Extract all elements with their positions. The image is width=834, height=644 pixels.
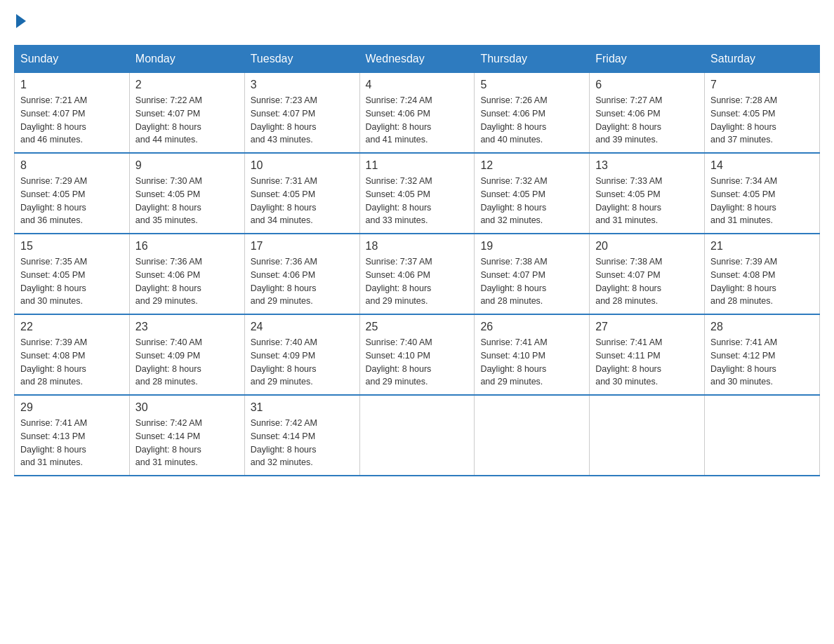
calendar-cell: 24 Sunrise: 7:40 AM Sunset: 4:09 PM Dayl… <box>244 314 359 395</box>
day-info: Sunrise: 7:36 AM Sunset: 4:06 PM Dayligh… <box>251 255 354 308</box>
calendar-cell: 8 Sunrise: 7:29 AM Sunset: 4:05 PM Dayli… <box>15 153 130 234</box>
col-header-friday: Friday <box>590 46 705 73</box>
day-info: Sunrise: 7:40 AM Sunset: 4:09 PM Dayligh… <box>135 336 239 389</box>
day-number: 15 <box>20 240 124 253</box>
day-number: 23 <box>135 321 239 333</box>
day-info: Sunrise: 7:24 AM Sunset: 4:06 PM Dayligh… <box>366 94 469 147</box>
day-info: Sunrise: 7:42 AM Sunset: 4:14 PM Dayligh… <box>251 417 354 469</box>
calendar-week-row: 1 Sunrise: 7:21 AM Sunset: 4:07 PM Dayli… <box>15 73 820 154</box>
calendar-cell <box>359 395 475 476</box>
day-number: 5 <box>480 79 583 91</box>
calendar-cell <box>705 395 820 476</box>
day-info: Sunrise: 7:39 AM Sunset: 4:08 PM Dayligh… <box>710 255 814 308</box>
day-info: Sunrise: 7:35 AM Sunset: 4:05 PM Dayligh… <box>20 255 124 308</box>
day-number: 13 <box>595 159 699 172</box>
day-number: 1 <box>20 79 124 91</box>
calendar-cell: 30 Sunrise: 7:42 AM Sunset: 4:14 PM Dayl… <box>129 395 244 476</box>
calendar-week-row: 8 Sunrise: 7:29 AM Sunset: 4:05 PM Dayli… <box>15 153 820 234</box>
day-number: 28 <box>710 321 814 333</box>
day-number: 24 <box>251 321 354 333</box>
calendar-cell: 13 Sunrise: 7:33 AM Sunset: 4:05 PM Dayl… <box>590 153 705 234</box>
day-number: 2 <box>135 79 239 91</box>
calendar-cell: 10 Sunrise: 7:31 AM Sunset: 4:05 PM Dayl… <box>244 153 359 234</box>
day-number: 31 <box>251 401 354 414</box>
day-number: 7 <box>710 79 814 91</box>
day-info: Sunrise: 7:28 AM Sunset: 4:05 PM Dayligh… <box>710 94 814 147</box>
day-info: Sunrise: 7:39 AM Sunset: 4:08 PM Dayligh… <box>20 336 124 389</box>
calendar-cell: 6 Sunrise: 7:27 AM Sunset: 4:06 PM Dayli… <box>590 73 705 154</box>
day-number: 30 <box>135 401 239 414</box>
calendar-cell: 14 Sunrise: 7:34 AM Sunset: 4:05 PM Dayl… <box>705 153 820 234</box>
calendar-cell: 3 Sunrise: 7:23 AM Sunset: 4:07 PM Dayli… <box>244 73 359 154</box>
calendar-cell: 11 Sunrise: 7:32 AM Sunset: 4:05 PM Dayl… <box>359 153 475 234</box>
day-number: 14 <box>710 159 814 172</box>
calendar-week-row: 22 Sunrise: 7:39 AM Sunset: 4:08 PM Dayl… <box>15 314 820 395</box>
day-number: 22 <box>20 321 124 333</box>
day-number: 20 <box>595 240 699 253</box>
calendar-cell: 2 Sunrise: 7:22 AM Sunset: 4:07 PM Dayli… <box>129 73 244 154</box>
day-number: 10 <box>251 159 354 172</box>
calendar-cell: 25 Sunrise: 7:40 AM Sunset: 4:10 PM Dayl… <box>359 314 475 395</box>
calendar-cell <box>475 395 590 476</box>
day-info: Sunrise: 7:21 AM Sunset: 4:07 PM Dayligh… <box>20 94 124 147</box>
day-info: Sunrise: 7:31 AM Sunset: 4:05 PM Dayligh… <box>251 175 354 227</box>
day-info: Sunrise: 7:41 AM Sunset: 4:10 PM Dayligh… <box>480 336 583 389</box>
day-number: 29 <box>20 401 124 414</box>
day-info: Sunrise: 7:33 AM Sunset: 4:05 PM Dayligh… <box>595 175 699 227</box>
logo-triangle-icon <box>16 14 26 28</box>
day-number: 12 <box>480 159 583 172</box>
day-info: Sunrise: 7:40 AM Sunset: 4:09 PM Dayligh… <box>251 336 354 389</box>
day-info: Sunrise: 7:42 AM Sunset: 4:14 PM Dayligh… <box>135 417 239 469</box>
calendar-cell: 17 Sunrise: 7:36 AM Sunset: 4:06 PM Dayl… <box>244 234 359 314</box>
day-info: Sunrise: 7:38 AM Sunset: 4:07 PM Dayligh… <box>595 255 699 308</box>
calendar-cell: 4 Sunrise: 7:24 AM Sunset: 4:06 PM Dayli… <box>359 73 475 154</box>
day-number: 25 <box>366 321 469 333</box>
day-info: Sunrise: 7:40 AM Sunset: 4:10 PM Dayligh… <box>366 336 469 389</box>
calendar-cell: 22 Sunrise: 7:39 AM Sunset: 4:08 PM Dayl… <box>15 314 130 395</box>
calendar-cell: 29 Sunrise: 7:41 AM Sunset: 4:13 PM Dayl… <box>15 395 130 476</box>
calendar-cell: 7 Sunrise: 7:28 AM Sunset: 4:05 PM Dayli… <box>705 73 820 154</box>
day-number: 11 <box>366 159 469 172</box>
day-number: 6 <box>595 79 699 91</box>
day-info: Sunrise: 7:32 AM Sunset: 4:05 PM Dayligh… <box>480 175 583 227</box>
day-info: Sunrise: 7:38 AM Sunset: 4:07 PM Dayligh… <box>480 255 583 308</box>
col-header-sunday: Sunday <box>15 46 130 73</box>
day-number: 17 <box>251 240 354 253</box>
col-header-thursday: Thursday <box>475 46 590 73</box>
calendar-cell: 18 Sunrise: 7:37 AM Sunset: 4:06 PM Dayl… <box>359 234 475 314</box>
col-header-wednesday: Wednesday <box>359 46 475 73</box>
day-info: Sunrise: 7:41 AM Sunset: 4:12 PM Dayligh… <box>710 336 814 389</box>
calendar-cell: 9 Sunrise: 7:30 AM Sunset: 4:05 PM Dayli… <box>129 153 244 234</box>
day-info: Sunrise: 7:27 AM Sunset: 4:06 PM Dayligh… <box>595 94 699 147</box>
day-number: 8 <box>20 159 124 172</box>
day-number: 21 <box>710 240 814 253</box>
day-info: Sunrise: 7:37 AM Sunset: 4:06 PM Dayligh… <box>366 255 469 308</box>
calendar-cell: 31 Sunrise: 7:42 AM Sunset: 4:14 PM Dayl… <box>244 395 359 476</box>
calendar-cell: 20 Sunrise: 7:38 AM Sunset: 4:07 PM Dayl… <box>590 234 705 314</box>
calendar-header-row: SundayMondayTuesdayWednesdayThursdayFrid… <box>15 46 820 73</box>
calendar-cell: 23 Sunrise: 7:40 AM Sunset: 4:09 PM Dayl… <box>129 314 244 395</box>
calendar-cell: 19 Sunrise: 7:38 AM Sunset: 4:07 PM Dayl… <box>475 234 590 314</box>
col-header-tuesday: Tuesday <box>244 46 359 73</box>
calendar-cell: 21 Sunrise: 7:39 AM Sunset: 4:08 PM Dayl… <box>705 234 820 314</box>
day-info: Sunrise: 7:34 AM Sunset: 4:05 PM Dayligh… <box>710 175 814 227</box>
calendar-cell: 12 Sunrise: 7:32 AM Sunset: 4:05 PM Dayl… <box>475 153 590 234</box>
day-number: 9 <box>135 159 239 172</box>
day-info: Sunrise: 7:22 AM Sunset: 4:07 PM Dayligh… <box>135 94 239 147</box>
day-number: 16 <box>135 240 239 253</box>
day-number: 4 <box>366 79 469 91</box>
calendar-table: SundayMondayTuesdayWednesdayThursdayFrid… <box>14 45 820 476</box>
page-header <box>14 14 820 31</box>
logo <box>14 14 26 31</box>
day-number: 3 <box>251 79 354 91</box>
calendar-cell: 16 Sunrise: 7:36 AM Sunset: 4:06 PM Dayl… <box>129 234 244 314</box>
calendar-cell <box>590 395 705 476</box>
day-info: Sunrise: 7:23 AM Sunset: 4:07 PM Dayligh… <box>251 94 354 147</box>
col-header-monday: Monday <box>129 46 244 73</box>
day-info: Sunrise: 7:29 AM Sunset: 4:05 PM Dayligh… <box>20 175 124 227</box>
calendar-week-row: 29 Sunrise: 7:41 AM Sunset: 4:13 PM Dayl… <box>15 395 820 476</box>
day-number: 27 <box>595 321 699 333</box>
day-number: 18 <box>366 240 469 253</box>
calendar-cell: 28 Sunrise: 7:41 AM Sunset: 4:12 PM Dayl… <box>705 314 820 395</box>
day-info: Sunrise: 7:41 AM Sunset: 4:13 PM Dayligh… <box>20 417 124 469</box>
